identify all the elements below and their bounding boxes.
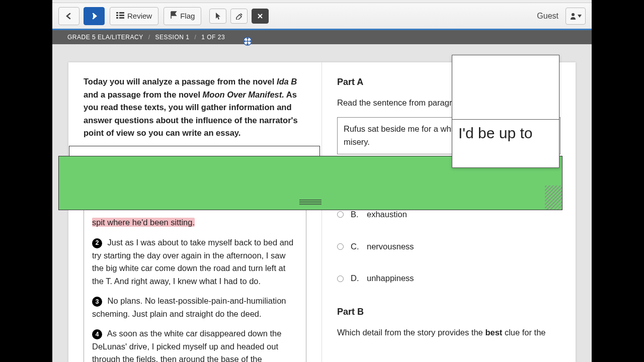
person-icon (570, 13, 576, 20)
crumb-session: SESSION 1 (155, 34, 190, 41)
toolbar: Review Flag Guest (52, 3, 592, 30)
svg-rect-5 (119, 17, 124, 19)
radio-icon[interactable] (337, 276, 344, 282)
para-num-3: 3 (92, 297, 102, 307)
radio-icon[interactable] (337, 211, 344, 218)
svg-rect-3 (119, 15, 124, 16)
app-window: Review Flag Guest GRADE 5 ELA/LIT (52, 0, 592, 362)
intro-text: Today you will analyze a passage from th… (84, 75, 306, 140)
passage-column: Today you will analyze a passage from th… (68, 62, 322, 362)
caret-down-icon (578, 15, 582, 18)
line-reader-window[interactable] (69, 146, 320, 156)
sticky-note-header[interactable] (452, 55, 559, 120)
svg-rect-1 (119, 12, 124, 14)
svg-rect-4 (116, 17, 118, 19)
resize-handle-icon[interactable] (545, 186, 562, 210)
option-d[interactable]: D. unhappiness (337, 272, 560, 285)
move-cursor-icon (243, 36, 253, 46)
crumb-progress: 1 OF 23 (201, 34, 225, 41)
paragraph-2: 2 Just as I was about to take myself bac… (92, 236, 298, 288)
flag-label: Flag (180, 12, 195, 20)
paragraph-1-tail: spit where he'd been sitting. (92, 216, 298, 229)
review-label: Review (127, 12, 152, 20)
user-label: Guest (537, 12, 558, 21)
crumb-grade: GRADE 5 ELA/LITERACY (67, 34, 143, 41)
sticky-note-text[interactable]: I'd be up to (452, 120, 559, 146)
crumb-sep: / (148, 34, 150, 41)
sticky-note[interactable]: I'd be up to (452, 55, 559, 168)
option-c[interactable]: C. nervousness (337, 240, 560, 253)
paragraph-3: 3 No plans. No least-possible-pain-and-h… (92, 295, 298, 320)
pointer-tool[interactable] (209, 9, 226, 24)
radio-icon[interactable] (337, 243, 344, 250)
forward-button[interactable] (84, 7, 105, 25)
para-num-2: 2 (92, 238, 102, 248)
svg-rect-2 (116, 15, 118, 16)
options-list: B. exhaustion C. nervousness D. unhappin… (337, 208, 560, 285)
svg-point-6 (572, 13, 575, 16)
paragraph-4: 4 As soon as the white car disappeared d… (92, 327, 298, 362)
part-b-label: Part B (337, 305, 560, 319)
crumb-sep: / (194, 34, 196, 41)
list-icon (116, 12, 124, 20)
drag-handle-icon[interactable] (299, 200, 321, 206)
eraser-tool[interactable] (230, 9, 248, 24)
close-tool[interactable] (252, 9, 269, 24)
part-b-question: Which detail from the story provides the… (337, 326, 560, 339)
flag-button[interactable]: Flag (164, 7, 201, 25)
flag-icon (170, 11, 177, 21)
back-button[interactable] (58, 7, 79, 25)
para-num-4: 4 (92, 329, 102, 339)
review-button[interactable]: Review (110, 7, 158, 25)
svg-rect-0 (116, 12, 118, 14)
user-menu[interactable] (566, 8, 586, 25)
highlighted-text[interactable]: spit where he'd been sitting. (92, 218, 195, 227)
breadcrumb: GRADE 5 ELA/LITERACY / SESSION 1 / 1 OF … (52, 30, 592, 44)
